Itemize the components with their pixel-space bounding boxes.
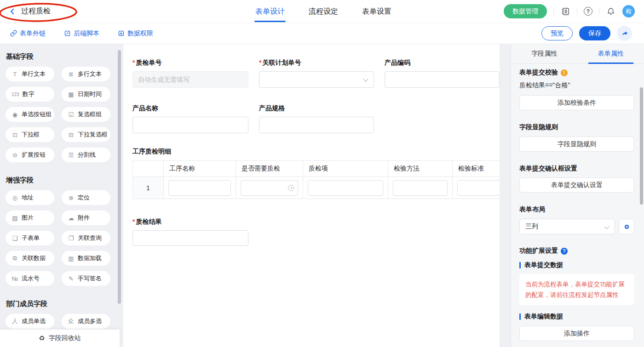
sidebar-item-signature[interactable]: ✎手写签名	[62, 271, 110, 286]
field-label: 质检单号	[132, 59, 248, 67]
location-target-icon: ⊕	[68, 194, 75, 201]
sidebar-item-address[interactable]: ◎地址	[6, 190, 54, 205]
field-qc-result[interactable]: 质检结果	[132, 218, 248, 246]
sidebar-item-data-load[interactable]: ▥数据加载	[62, 251, 110, 266]
sidebar-item-number[interactable]: 123数字	[6, 87, 54, 102]
sidebar-item-multi-dropdown[interactable]: ⊟下拉复选框	[62, 127, 110, 142]
sidebar-item-linked-query[interactable]: ❐关联查询	[62, 231, 110, 245]
pill-label: 日期时间	[78, 90, 102, 98]
tab-form-design[interactable]: 表单设计	[254, 0, 286, 23]
sidebar-item-location[interactable]: ⊕定位	[62, 190, 110, 205]
bell-icon[interactable]	[606, 6, 616, 17]
col-process-name: 工序名称	[164, 161, 236, 177]
section-title-member: 部门成员字段	[0, 300, 123, 308]
validation-rule: 质检结果=="合格"	[519, 81, 634, 90]
field-plan-no[interactable]: 关联计划单号	[259, 59, 374, 88]
backend-script-link[interactable]: 后端脚本	[64, 29, 99, 38]
pill-label: 附件	[78, 214, 90, 222]
sidebar-item-multi-line-text[interactable]: ≣多行文本	[62, 67, 110, 81]
panel-tabs: 字段属性 表单属性	[511, 44, 644, 64]
qc-item-input[interactable]	[308, 180, 383, 196]
pill-label: 定位	[78, 193, 90, 202]
address-pin-icon: ◎	[12, 194, 18, 201]
person-icon: 人	[12, 317, 18, 325]
sidebar-item-datetime[interactable]: ▦日期时间	[62, 87, 110, 102]
sidebar-item-subform[interactable]: ❏子表单	[6, 231, 54, 245]
sidebar-item-linked-data[interactable]: ⧉关联数据	[6, 251, 54, 266]
sidebar-scrollbar[interactable]	[118, 50, 121, 304]
product-name-input[interactable]	[132, 117, 248, 133]
submit-confirm-button[interactable]: 表单提交确认设置	[519, 177, 634, 193]
layout-select[interactable]: 三列	[519, 219, 615, 234]
form-external-link[interactable]: 表单外链	[10, 29, 46, 38]
main-tabs: 表单设计 流程设定 表单设置	[254, 0, 392, 23]
field-product-spec[interactable]: 产品规格	[259, 104, 374, 133]
sidebar-item-member-single[interactable]: 人成员单选	[6, 314, 54, 329]
tab-form-setting[interactable]: 表单设置	[361, 0, 392, 23]
help-icon[interactable]	[584, 7, 592, 16]
subform-icon: ❏	[12, 235, 18, 242]
radio-icon[interactable]	[288, 185, 294, 191]
back-button[interactable]	[8, 7, 17, 16]
form-canvas[interactable]: 质检单号 关联计划单号 产品编码 产品名称 产品规格 工序质检明细 工序名称	[123, 44, 500, 347]
qc-no-input[interactable]	[132, 71, 248, 88]
check-standard-input[interactable]	[457, 180, 500, 196]
preview-button[interactable]: 预览	[541, 26, 573, 40]
panel-scrollbar[interactable]	[640, 87, 643, 205]
pill-label: 下拉框	[22, 131, 40, 139]
sidebar-item-extend-button[interactable]: ⊖扩展按钮	[6, 148, 54, 162]
data-manage-button[interactable]: 数据管理	[504, 4, 547, 18]
serial-number-icon: №	[12, 275, 18, 282]
gear-icon	[623, 223, 631, 231]
pill-label: 数据加载	[78, 254, 102, 262]
submit-validation-title: 表单提交校验	[519, 68, 634, 77]
enhanced-field-grid: ◎地址 ⊕定位 ▧图片 ☁附件 ❏子表单 ❐关联查询 ⧉关联数据 ▥数据加载 №…	[0, 185, 123, 286]
sidebar-item-dropdown[interactable]: ⊡下拉框	[6, 127, 54, 142]
extension-title: 功能扩展设置	[519, 247, 634, 255]
help-circle-icon[interactable]	[561, 248, 568, 255]
layout-value: 三列	[525, 222, 538, 231]
single-line-text-icon: T	[12, 71, 18, 78]
pill-label: 复选框组	[78, 110, 102, 119]
checkbox-icon: ☑	[68, 111, 75, 118]
image-icon: ▧	[12, 215, 18, 222]
field-recycle-bin[interactable]: ♻ 字段回收站	[0, 330, 120, 347]
tab-flow-setting[interactable]: 流程设定	[308, 0, 339, 23]
check-method-input[interactable]	[393, 180, 448, 196]
field-qc-no[interactable]: 质检单号	[132, 59, 248, 88]
field-label: 产品名称	[132, 104, 248, 113]
row-index-cell: 1	[133, 177, 164, 199]
sidebar-item-image[interactable]: ▧图片	[6, 210, 54, 225]
avatar[interactable]: 检	[622, 5, 635, 17]
sidebar-item-attachment[interactable]: ☁附件	[62, 210, 110, 225]
qc-result-input[interactable]	[132, 230, 248, 246]
sidebar-item-divider-line[interactable]: ☰分割线	[62, 148, 110, 162]
add-validation-button[interactable]: 添加校验条件	[519, 95, 634, 110]
pill-label: 流水号	[22, 274, 40, 283]
sidebar-item-checkbox-group[interactable]: ☑复选框组	[62, 107, 110, 122]
sidebar-item-radio-group[interactable]: ◉单选按钮组	[6, 107, 54, 122]
plan-no-select[interactable]	[259, 71, 374, 88]
sidebar-item-member-multi[interactable]: 众成员多选	[62, 314, 110, 329]
people-icon: 众	[68, 317, 75, 325]
add-operation-button[interactable]: 添加操作	[519, 326, 634, 341]
cloud-upload-icon: ☁	[68, 215, 75, 222]
tab-field-props[interactable]: 字段属性	[511, 44, 578, 63]
process-name-input[interactable]	[168, 180, 231, 196]
share-button[interactable]	[617, 26, 632, 41]
sidebar-item-serial-number[interactable]: №流水号	[6, 271, 54, 286]
layout-settings-button[interactable]	[619, 219, 634, 234]
flow-form-warning: 当前为流程表单，表单提交功能扩展的配置，请前往流程发起节点属性	[519, 274, 634, 305]
permission-icon	[118, 30, 125, 37]
save-button[interactable]: 保存	[579, 26, 610, 40]
link-label: 后端脚本	[74, 29, 99, 38]
product-code-input[interactable]	[385, 71, 500, 88]
sidebar-item-single-line-text[interactable]: T单行文本	[6, 67, 54, 81]
field-product-code[interactable]: 产品编码	[385, 59, 500, 88]
field-product-name[interactable]: 产品名称	[132, 104, 248, 133]
field-visibility-button[interactable]: 字段显隐规则	[519, 137, 634, 152]
tab-form-props[interactable]: 表单属性	[578, 44, 644, 63]
product-spec-input[interactable]	[259, 117, 374, 133]
data-permission-link[interactable]: 数据权限	[118, 29, 153, 38]
contacts-icon[interactable]	[560, 6, 570, 17]
